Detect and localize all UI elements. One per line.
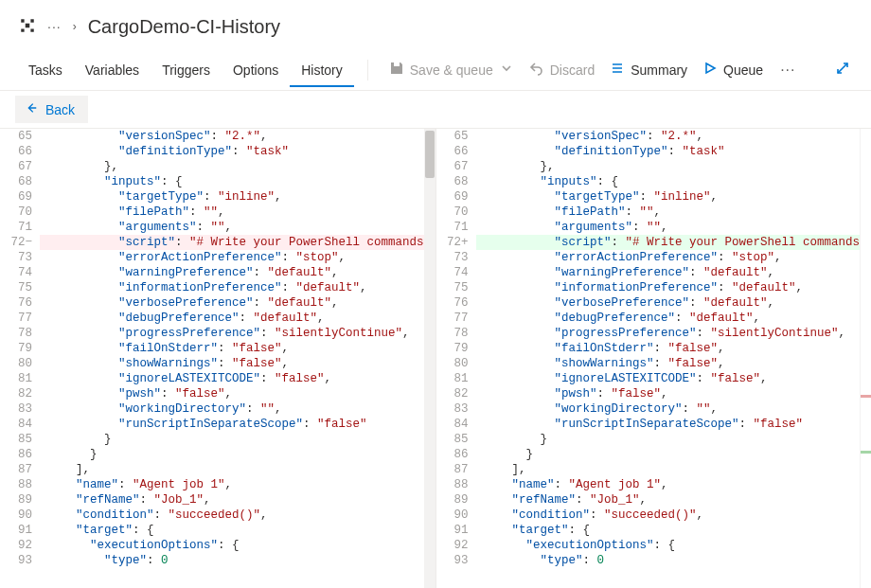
- code-line: "errorActionPreference": "stop",: [40, 250, 436, 265]
- code-line: ],: [40, 462, 436, 477]
- code-line: "showWarnings": "false",: [40, 356, 436, 371]
- tab-options[interactable]: Options: [222, 53, 290, 87]
- line-number: 71: [0, 220, 32, 235]
- back-bar: Back: [0, 91, 871, 129]
- code-line: "progressPreference": "silentlyContinue"…: [476, 326, 872, 341]
- save-icon: [389, 61, 404, 79]
- line-number: 74: [436, 265, 469, 280]
- code-line: "condition": "succeeded()",: [40, 508, 436, 523]
- line-number: 83: [436, 401, 469, 417]
- line-number: 86: [436, 447, 469, 462]
- line-number: 84: [436, 417, 469, 432]
- code-line: "ignoreLASTEXITCODE": "false",: [40, 371, 436, 386]
- line-number: 70: [0, 205, 32, 220]
- discard-button[interactable]: Discard: [522, 57, 602, 82]
- line-number: 66: [0, 144, 32, 159]
- code-line: "versionSpec": "2.*",: [476, 129, 872, 144]
- line-number: 73: [0, 250, 32, 265]
- line-number: 75: [0, 280, 32, 295]
- chevron-right-icon: ›: [73, 20, 77, 33]
- code-line: "pwsh": "false",: [476, 386, 872, 401]
- line-number: 82: [436, 386, 469, 401]
- queue-button[interactable]: Queue: [695, 57, 771, 82]
- line-number: 79: [0, 341, 32, 356]
- back-label: Back: [45, 102, 75, 117]
- line-number: 66: [436, 144, 469, 159]
- line-number: 68: [0, 174, 32, 189]
- line-number: 67: [0, 159, 32, 174]
- line-number: 69: [436, 189, 469, 205]
- code-line: "workingDirectory": "",: [40, 401, 436, 417]
- breadcrumb-ellipsis[interactable]: ···: [47, 19, 62, 34]
- pipeline-icon: [19, 17, 36, 37]
- line-number: 86: [0, 447, 32, 462]
- line-number: 84: [0, 417, 32, 432]
- line-number: 70: [436, 205, 469, 220]
- summary-button[interactable]: Summary: [602, 57, 695, 82]
- code-line: "debugPreference": "default",: [476, 311, 872, 326]
- page-title: CargoDemo-CI-History: [88, 16, 280, 38]
- code-right[interactable]: "versionSpec": "2.*", "definitionType": …: [476, 129, 872, 568]
- code-line: "errorActionPreference": "stop",: [476, 250, 872, 265]
- play-icon: [702, 61, 718, 79]
- more-actions-button[interactable]: ···: [771, 58, 805, 82]
- code-line: }: [40, 447, 436, 462]
- separator: [367, 60, 368, 80]
- line-number: 68: [436, 174, 469, 189]
- line-number: 89: [0, 492, 32, 508]
- save-queue-button[interactable]: Save & queue: [382, 57, 522, 82]
- line-number: 80: [436, 356, 469, 371]
- minimap-right[interactable]: [860, 129, 871, 588]
- line-number: 85: [0, 432, 32, 447]
- code-line: "verbosePreference": "default",: [476, 295, 872, 311]
- code-line: ],: [476, 462, 872, 477]
- line-number: 79: [436, 341, 469, 356]
- code-line: "refName": "Job_1",: [40, 492, 436, 508]
- code-line: "name": "Agent job 1",: [40, 477, 436, 492]
- code-line: "filePath": "",: [476, 205, 872, 220]
- line-number: 87: [436, 462, 469, 477]
- line-gutter-right: 6566676869707172+73747576777879808182838…: [436, 129, 476, 568]
- queue-label: Queue: [723, 62, 763, 78]
- line-number: 76: [436, 295, 469, 311]
- code-line: "showWarnings": "false",: [476, 356, 872, 371]
- line-number: 89: [436, 492, 469, 508]
- tab-tasks[interactable]: Tasks: [17, 53, 74, 87]
- line-number: 91: [0, 523, 32, 538]
- code-line: "executionOptions": {: [476, 538, 872, 553]
- code-line: "warningPreference": "default",: [40, 265, 436, 280]
- tab-variables[interactable]: Variables: [74, 53, 151, 87]
- scrollbar-left[interactable]: [424, 129, 436, 588]
- line-number: 78: [436, 326, 469, 341]
- line-number: 81: [0, 371, 32, 386]
- line-number: 77: [436, 311, 469, 326]
- code-line: "debugPreference": "default",: [40, 311, 436, 326]
- back-button[interactable]: Back: [15, 96, 88, 123]
- code-line: "workingDirectory": "",: [476, 401, 872, 417]
- discard-label: Discard: [550, 62, 595, 78]
- code-line: }: [476, 432, 872, 447]
- expand-button[interactable]: [831, 57, 854, 82]
- line-number: 88: [436, 477, 469, 492]
- save-label: Save & queue: [410, 62, 493, 78]
- line-number: 73: [436, 250, 469, 265]
- chevron-down-icon: [499, 61, 514, 79]
- tab-history[interactable]: History: [290, 53, 354, 87]
- line-number: 87: [0, 462, 32, 477]
- code-line: "filePath": "",: [40, 205, 436, 220]
- line-number: 83: [0, 401, 32, 417]
- code-line: "targetType": "inline",: [40, 189, 436, 205]
- tab-triggers[interactable]: Triggers: [151, 53, 222, 87]
- code-line: "inputs": {: [476, 174, 872, 189]
- code-line: "target": {: [40, 523, 436, 538]
- line-number: 92: [436, 538, 469, 553]
- code-line: },: [40, 159, 436, 174]
- code-left[interactable]: "versionSpec": "2.*", "definitionType": …: [40, 129, 436, 568]
- line-number: 72−: [0, 235, 32, 250]
- code-line: }: [476, 447, 872, 462]
- summary-label: Summary: [631, 62, 687, 78]
- code-line: "informationPreference": "default",: [40, 280, 436, 295]
- code-line: "failOnStderr": "false",: [476, 341, 872, 356]
- code-line: "script": "# Write your PowerShell comma…: [476, 235, 872, 250]
- code-line: "versionSpec": "2.*",: [40, 129, 436, 144]
